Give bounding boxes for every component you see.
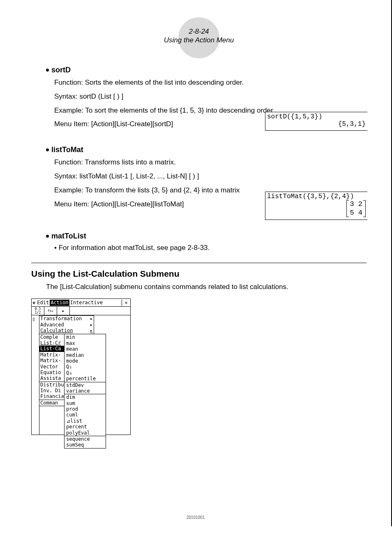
submenu-sumseq[interactable]: sumSeq [65,442,106,448]
submenu-q1[interactable]: Q₁ [65,364,106,370]
chapter-title: Using the Action Menu [164,36,234,44]
listtomat-title: listToMat [51,146,83,154]
submenu-mode[interactable]: mode [65,358,106,364]
submenu-mean[interactable]: mean [65,346,106,352]
toolbar-btn-1[interactable]: 0.51/2 [32,307,44,315]
submenu-q3[interactable]: Q₃ [65,370,106,376]
toolbar: 0.51/2 fx▸ ▶ [32,307,130,315]
submenu-prod[interactable]: prod [65,406,106,412]
mattolist-note: For information abot matToList, see page… [54,244,367,252]
input-area[interactable]: ▯ [32,315,39,435]
sortd-syntax: Syntax: sortD (List [ ) ] [54,92,367,102]
list-calculation-heading: Using the List-Calculation Submenu [31,269,367,279]
listtomat-section: listToMat Function: Transforms lists int… [31,146,367,209]
toolbar-btn-2[interactable]: fx▸ [44,307,57,315]
sortd-section: sortD Function: Sorts the elements of th… [31,66,367,129]
matrix-row-1: 3 2 [350,200,362,208]
submenu-dim[interactable]: dim [65,394,106,400]
submenu-cuml[interactable]: cuml [65,412,106,418]
mattolist-section: matToList For information abot matToList… [31,232,367,252]
submenu-polyeval[interactable]: polyEval [65,430,106,436]
menubar-edit[interactable]: Edit [36,300,50,305]
mattolist-heading: matToList [46,232,367,240]
listtomat-heading: listToMat [46,146,367,154]
menubar-action[interactable]: Action [50,300,69,305]
sortd-title: sortD [51,66,71,74]
sortd-calc-output: {5,3,1} [267,120,366,128]
submenu-stddev[interactable]: stdDev [65,382,106,388]
menu-calculation[interactable]: Calculation▸ [39,328,94,333]
submenu-sum[interactable]: sum [65,400,106,406]
menu-screenshot: ❖ Edit Action Interactive ✕ 0.51/2 fx▸ ▶… [31,298,367,435]
listtomat-calc-output: 3 2 5 4 [267,200,366,217]
page-header: 2-8-24 Using the Action Menu [31,12,367,53]
menubar: ❖ Edit Action Interactive ✕ [32,299,130,307]
listtomat-function: Function: Transforms lists into a matrix… [54,157,367,167]
sortd-heading: sortD [46,66,367,74]
chapter-number: 2-8-24 [189,28,209,36]
listtomat-calc-display: listToMat({3,5},{2,4}) 3 2 5 4 [265,192,367,220]
submenu-dlist[interactable]: ⊿list [65,418,106,424]
menubar-interactive[interactable]: Interactive [69,300,104,305]
submenu-variance[interactable]: variance [65,388,106,394]
submenu-median[interactable]: median [65,352,106,358]
listtomat-syntax: Syntax: listToMat (List-1 [, List-2, ...… [54,171,367,181]
list-calculation-submenu: min max mean median mode Q₁ Q₃ percentil… [64,334,106,448]
submenu-percentile[interactable]: percentile [65,376,106,382]
menu-advanced[interactable]: Advanced▸ [39,322,94,328]
sortd-function: Function: Sorts the elements of the list… [54,78,367,88]
matrix-row-2: 5 4 [350,209,362,217]
toolbar-btn-3[interactable]: ▶ [57,307,70,315]
menubar-app-icon[interactable]: ❖ [32,300,36,305]
submenu-min[interactable]: min [65,334,106,340]
menu-transformation[interactable]: Transformation▸ [39,316,94,321]
section-divider [31,263,367,263]
submenu-max[interactable]: max [65,340,106,346]
close-icon[interactable]: ✕ [122,300,130,305]
submenu-sequence[interactable]: sequence [65,436,106,442]
sortd-calc-display: sortD({1,5,3}) {5,3,1} [265,112,367,131]
mattolist-title: matToList [51,232,86,240]
sortd-calc-input: sortD({1,5,3}) [267,113,366,120]
footer-number: 20101001 [187,515,205,520]
list-calculation-intro: The [List-Calculation] submenu contains … [46,283,367,291]
submenu-percent[interactable]: percent [65,424,106,430]
listtomat-calc-input: listToMat({3,5},{2,4}) [267,193,366,200]
